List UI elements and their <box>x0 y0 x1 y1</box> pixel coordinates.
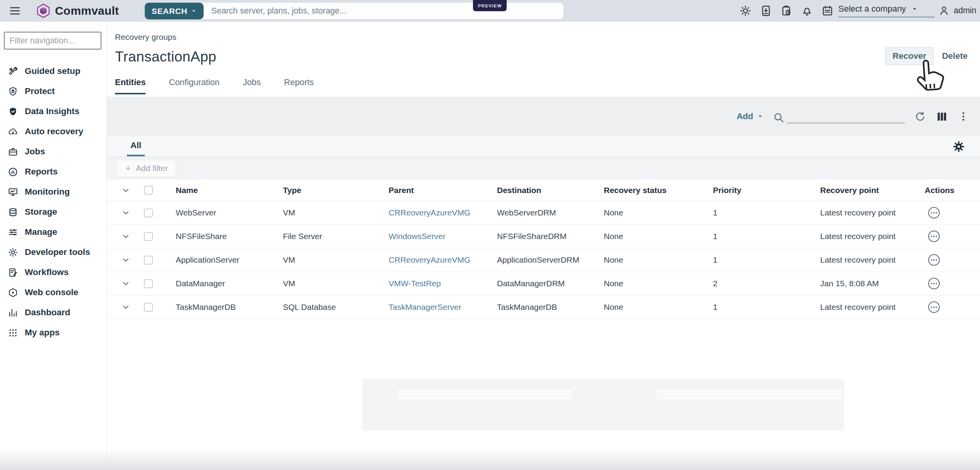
cell-parent[interactable]: WindowsServer <box>389 232 497 241</box>
sidebar-item-workflows[interactable]: Workflows <box>0 262 106 282</box>
menu-icon[interactable] <box>9 5 21 17</box>
add-filter-button[interactable]: Add filter <box>116 160 176 177</box>
sidebar: Guided setupProtectData InsightsAuto rec… <box>0 22 107 470</box>
cell-type: VM <box>283 255 389 265</box>
sidebar-item-dashboard[interactable]: Dashboard <box>0 303 106 323</box>
columns-icon[interactable] <box>935 110 948 123</box>
recover-button[interactable]: Recover <box>885 47 934 65</box>
row-actions-icon[interactable] <box>927 300 941 314</box>
table-body: WebServerVMCRReoveryAzureVMGWebServerDRM… <box>107 201 980 319</box>
data-insights-icon <box>8 106 18 117</box>
sidebar-item-monitoring[interactable]: Monitoring <box>0 182 106 202</box>
chevron-down-icon <box>911 6 918 12</box>
select-all-checkbox[interactable] <box>144 186 153 195</box>
commvault-logo-icon <box>36 3 51 19</box>
table-row: TaskManagerDBSQL DatabaseTaskManagerServ… <box>107 296 980 319</box>
row-checkbox[interactable] <box>144 303 153 312</box>
tab-jobs[interactable]: Jobs <box>243 77 260 94</box>
table-settings-gear-icon[interactable] <box>952 140 965 153</box>
column-header-recovery-point[interactable]: Recovery point <box>820 186 925 195</box>
cell-type: SQL Database <box>283 303 389 312</box>
sidebar-item-storage[interactable]: Storage <box>0 202 106 222</box>
search-icon[interactable] <box>773 111 785 123</box>
row-expand-chevron-icon[interactable] <box>121 279 131 289</box>
cell-name: DataManager <box>176 279 283 288</box>
row-actions-icon[interactable] <box>927 277 941 291</box>
row-expand-chevron-icon[interactable] <box>121 302 131 312</box>
row-expand-chevron-icon[interactable] <box>121 255 131 265</box>
schedules-icon[interactable] <box>821 5 834 17</box>
column-header-name[interactable]: Name <box>176 186 283 195</box>
sidebar-item-web-console[interactable]: Web console <box>0 282 106 303</box>
column-header-actions[interactable]: Actions <box>925 186 980 195</box>
monitoring-icon <box>8 187 18 197</box>
company-selector[interactable]: Select a company <box>838 4 934 17</box>
commvault-logo-text: Commvault <box>55 4 119 17</box>
search-scope-button[interactable]: SEARCH <box>145 3 204 19</box>
table-row: NFSFileShareFile ServerWindowsServerNFSF… <box>107 225 980 248</box>
global-search-input[interactable] <box>204 6 564 16</box>
tab-reports[interactable]: Reports <box>284 77 314 94</box>
cell-type: VM <box>283 279 389 288</box>
theme-toggle-icon[interactable] <box>739 5 752 17</box>
cell-recovery-status: None <box>604 255 713 265</box>
commvault-logo[interactable]: Commvault <box>36 3 119 19</box>
row-actions-icon[interactable] <box>927 206 941 220</box>
reports-download-icon[interactable] <box>760 5 772 17</box>
sidebar-item-manage[interactable]: Manage <box>0 222 106 242</box>
tab-configuration[interactable]: Configuration <box>169 77 219 94</box>
audit-log-icon[interactable] <box>780 5 793 17</box>
preview-badge: PREVIEW <box>473 0 507 11</box>
jobs-icon <box>8 147 18 157</box>
column-header-type[interactable]: Type <box>283 186 389 195</box>
row-actions-icon[interactable] <box>927 229 941 243</box>
add-button[interactable]: Add <box>737 111 763 121</box>
column-header-parent[interactable]: Parent <box>389 186 497 195</box>
cell-destination: DataManagerDRM <box>497 279 604 288</box>
filter-navigation-input[interactable] <box>4 32 101 50</box>
column-header-recovery-status[interactable]: Recovery status <box>604 186 713 195</box>
row-expand-chevron-icon[interactable] <box>121 208 131 218</box>
row-checkbox[interactable] <box>144 279 153 288</box>
dashboard-icon <box>8 308 18 318</box>
sidebar-item-data-insights[interactable]: Data Insights <box>0 101 106 121</box>
ghost-artifact <box>656 389 842 399</box>
refresh-icon[interactable] <box>914 111 926 123</box>
table-header-row: NameTypeParentDestinationRecovery status… <box>107 179 980 201</box>
row-checkbox[interactable] <box>144 232 153 241</box>
column-header-destination[interactable]: Destination <box>497 186 604 195</box>
page-header-actions: Recover Delete <box>885 47 971 65</box>
notifications-icon[interactable] <box>801 5 813 17</box>
chevron-down-icon[interactable] <box>121 185 131 195</box>
table-toolbar: Add <box>107 97 980 136</box>
cell-parent[interactable]: CRReoveryAzureVMG <box>389 255 497 265</box>
kebab-menu-icon[interactable] <box>958 111 969 122</box>
column-header-priority[interactable]: Priority <box>713 186 820 195</box>
sidebar-item-my-apps[interactable]: My apps <box>0 323 106 343</box>
storage-icon <box>8 207 18 217</box>
sidebar-item-developer-tools[interactable]: Developer tools <box>0 242 106 262</box>
tab-entities[interactable]: Entities <box>115 77 146 94</box>
page-title: TransactionApp <box>115 49 980 65</box>
row-actions-icon[interactable] <box>927 253 941 267</box>
topbar: Commvault SEARCH PREVIEW Select a compan… <box>0 0 980 22</box>
cell-parent[interactable]: CRReoveryAzureVMG <box>389 208 497 217</box>
cell-priority: 1 <box>713 303 820 312</box>
cell-parent[interactable]: TaskManagerServer <box>389 303 497 312</box>
tab-all[interactable]: All <box>127 136 145 156</box>
sidebar-item-jobs[interactable]: Jobs <box>0 142 106 162</box>
sidebar-item-reports[interactable]: Reports <box>0 162 106 182</box>
sidebar-item-protect[interactable]: Protect <box>0 81 106 101</box>
row-checkbox[interactable] <box>144 209 153 217</box>
sidebar-item-guided-setup[interactable]: Guided setup <box>0 61 106 81</box>
delete-button[interactable]: Delete <box>938 48 971 65</box>
row-expand-chevron-icon[interactable] <box>121 231 131 241</box>
user-menu[interactable]: admin <box>938 5 977 16</box>
row-checkbox[interactable] <box>144 256 153 265</box>
cell-parent[interactable]: VMW-TestRep <box>389 279 497 288</box>
sidebar-item-auto-recovery[interactable]: Auto recovery <box>0 121 106 142</box>
breadcrumb[interactable]: Recovery groups <box>115 32 176 42</box>
ghost-artifact <box>397 389 571 399</box>
cell-type: File Server <box>283 232 389 241</box>
table-search-input[interactable] <box>787 109 905 123</box>
